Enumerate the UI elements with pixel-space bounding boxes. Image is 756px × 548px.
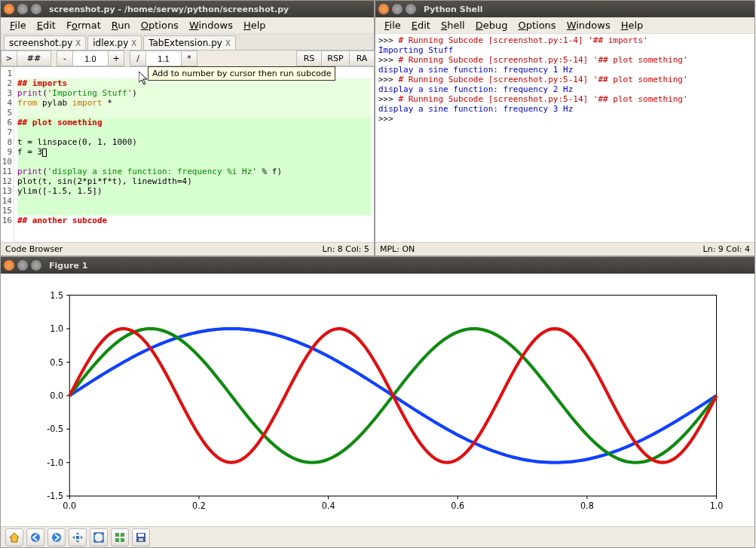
status-left: Code Browser — [5, 244, 63, 254]
menu-shell[interactable]: Shell — [436, 18, 470, 32]
status-right: Ln: 9 Col: 4 — [703, 244, 750, 254]
figure-window: Figure 1 0.00.20.40.60.81.0-1.5-1.0-0.50… — [0, 256, 755, 548]
go-button[interactable]: > — [1, 51, 17, 66]
menu-edit[interactable]: Edit — [32, 18, 60, 32]
svg-rect-36 — [138, 534, 144, 537]
save-icon[interactable] — [132, 528, 150, 546]
menu-file[interactable]: File — [380, 18, 406, 32]
tab-tabextension[interactable]: TabExtension.pyX — [143, 35, 236, 50]
shell-window: Python Shell File Edit Shell Debug Optio… — [375, 0, 755, 256]
svg-text:0.5: 0.5 — [50, 357, 63, 367]
home-icon[interactable] — [5, 528, 23, 546]
shell-title: Python Shell — [424, 5, 483, 14]
line-gutter: 12345678910111213141516 — [1, 67, 14, 242]
menu-help[interactable]: Help — [239, 18, 271, 32]
window-close-icon[interactable] — [4, 4, 14, 14]
figure-toolbar — [1, 526, 754, 547]
svg-rect-37 — [139, 538, 143, 541]
svg-rect-32 — [121, 533, 124, 537]
tab-screenshot[interactable]: screenshot.pyX — [4, 35, 86, 50]
minus-button[interactable]: - — [57, 51, 73, 66]
forward-icon[interactable] — [47, 528, 66, 546]
shell-statusbar: MPL: ON Ln: 9 Col: 4 — [375, 242, 754, 256]
window-close-icon[interactable] — [378, 4, 389, 14]
menu-edit[interactable]: Edit — [407, 18, 435, 32]
editor-statusbar: Code Browser Ln: 8 Col: 5 — [1, 242, 374, 256]
window-maximize-icon[interactable] — [406, 4, 416, 14]
svg-text:1.5: 1.5 — [50, 290, 63, 301]
status-left: MPL: ON — [380, 244, 415, 254]
shell-output[interactable]: >>> # Running Subcode [screenshot.py:1-4… — [375, 34, 754, 242]
pan-icon[interactable] — [69, 528, 87, 546]
window-minimize-icon[interactable] — [392, 4, 402, 14]
hash-button[interactable]: ## — [17, 51, 51, 66]
value-input[interactable] — [72, 51, 109, 66]
rsp-button[interactable]: RSP — [321, 51, 350, 66]
menu-windows[interactable]: Windows — [562, 18, 615, 32]
svg-rect-29 — [76, 536, 79, 539]
window-maximize-icon[interactable] — [31, 260, 41, 271]
svg-text:-0.5: -0.5 — [47, 424, 63, 434]
window-minimize-icon[interactable] — [17, 260, 28, 271]
shell-menubar: File Edit Shell Debug Options Windows He… — [375, 17, 754, 34]
tab-idlex[interactable]: idlex.pyX — [87, 35, 142, 50]
menu-debug[interactable]: Debug — [471, 18, 513, 32]
zoom-icon[interactable] — [90, 528, 108, 546]
svg-text:1.0: 1.0 — [710, 501, 724, 511]
figure-titlebar[interactable]: Figure 1 — [1, 257, 754, 274]
window-minimize-icon[interactable] — [17, 4, 28, 14]
subplots-icon[interactable] — [111, 528, 129, 546]
text-cursor — [42, 148, 47, 157]
mul-button[interactable]: * — [181, 51, 197, 66]
svg-text:0.6: 0.6 — [451, 501, 464, 511]
menu-windows[interactable]: Windows — [185, 18, 237, 32]
editor-title: screenshot.py - /home/serwy/python/scree… — [49, 5, 289, 14]
menu-help[interactable]: Help — [617, 18, 648, 32]
svg-text:1.0: 1.0 — [50, 323, 63, 334]
subcode-toolbar: > ## - + / * RS RSP RA Add to number by … — [1, 51, 374, 67]
code-content[interactable]: ## importsprint('Importing Stuff')from p… — [14, 67, 374, 242]
editor-window: screenshot.py - /home/serwy/python/scree… — [0, 0, 375, 256]
code-editor[interactable]: 12345678910111213141516 ## importsprint(… — [1, 67, 374, 242]
close-icon[interactable]: X — [131, 39, 136, 47]
back-icon[interactable] — [26, 528, 44, 546]
svg-rect-30 — [94, 533, 103, 542]
svg-rect-34 — [121, 538, 124, 542]
figure-title: Figure 1 — [49, 261, 87, 271]
svg-text:-1.0: -1.0 — [47, 458, 63, 468]
window-close-icon[interactable] — [4, 260, 14, 271]
menu-options[interactable]: Options — [513, 18, 560, 32]
close-icon[interactable]: X — [75, 39, 81, 47]
svg-rect-31 — [115, 533, 119, 537]
svg-text:0.0: 0.0 — [63, 501, 76, 511]
plus-button[interactable]: + — [108, 51, 124, 66]
status-right: Ln: 8 Col: 5 — [323, 244, 369, 254]
svg-text:0.8: 0.8 — [580, 501, 594, 511]
shell-titlebar[interactable]: Python Shell — [375, 1, 754, 17]
svg-rect-33 — [115, 538, 119, 542]
rs-button[interactable]: RS — [296, 51, 322, 66]
editor-tabs: screenshot.pyX idlex.pyX TabExtension.py… — [1, 34, 374, 51]
menu-file[interactable]: File — [5, 18, 31, 32]
menu-run[interactable]: Run — [107, 18, 135, 32]
tooltip: Add to number by cursor then run subcode — [148, 66, 335, 81]
menu-format[interactable]: Format — [62, 18, 106, 32]
svg-text:-1.5: -1.5 — [47, 491, 63, 501]
div-button[interactable]: / — [130, 51, 146, 66]
svg-text:0.4: 0.4 — [322, 501, 335, 511]
editor-titlebar[interactable]: screenshot.py - /home/serwy/python/scree… — [1, 1, 374, 17]
mul-value-input[interactable] — [145, 51, 182, 66]
editor-menubar: File Edit Format Run Options Windows Hel… — [1, 17, 374, 34]
ra-button[interactable]: RA — [349, 51, 375, 66]
plot-canvas[interactable]: 0.00.20.40.60.81.0-1.5-1.0-0.50.00.51.01… — [23, 287, 732, 520]
menu-options[interactable]: Options — [136, 18, 183, 32]
window-maximize-icon[interactable] — [31, 4, 41, 14]
svg-text:0.2: 0.2 — [192, 501, 206, 511]
plot-area: 0.00.20.40.60.81.0-1.5-1.0-0.50.00.51.01… — [1, 274, 754, 526]
svg-text:0.0: 0.0 — [50, 390, 63, 401]
close-icon[interactable]: X — [225, 39, 231, 47]
